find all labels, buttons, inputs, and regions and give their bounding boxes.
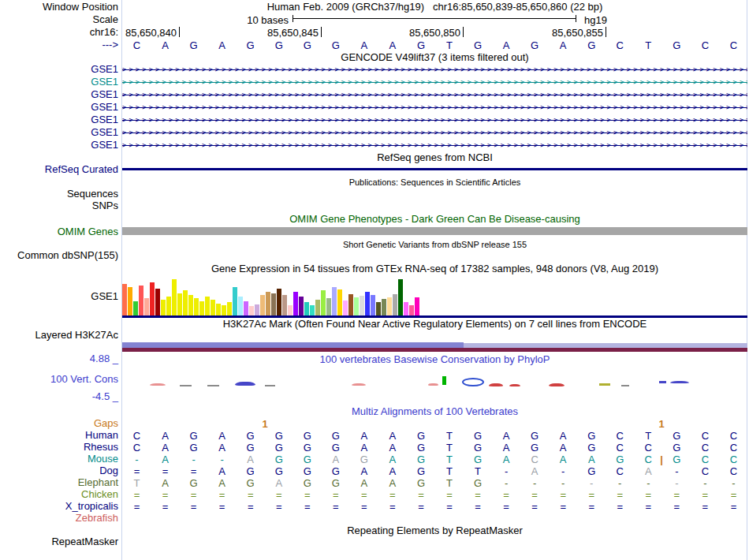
gtex-bar-8 bbox=[166, 297, 171, 315]
multiz-base-rhesus-13: A bbox=[492, 442, 521, 454]
multiz-base-x_tropicalis-15: = bbox=[549, 501, 578, 513]
gtex-bar-23 bbox=[249, 306, 254, 315]
multiz-base-chicken-0: = bbox=[122, 489, 151, 501]
multiz-base-x_tropicalis-14: = bbox=[520, 501, 550, 513]
sequences-label[interactable]: Sequences bbox=[0, 189, 118, 200]
refseq-curated-item[interactable] bbox=[122, 168, 747, 170]
ruler-tick-label-1: 85,650,845 bbox=[233, 27, 319, 39]
strand-arrows: >>>>>>>>>>>>>>>>>>>>>>>>>>>>>>>>>>>>>>>>… bbox=[122, 76, 747, 88]
gtex-bar-49 bbox=[393, 294, 397, 315]
multiz-base-human-3: A bbox=[207, 430, 237, 442]
gtex-bar-31 bbox=[293, 292, 298, 315]
multiz-label-gaps[interactable]: Gaps bbox=[0, 418, 118, 429]
multiz-base-elephant-8: A bbox=[349, 477, 378, 489]
gtex-chart[interactable] bbox=[0, 278, 749, 315]
refseq-curated-label[interactable]: RefSeq Curated bbox=[0, 164, 118, 175]
publications-title: Publications: Sequences in Scientific Ar… bbox=[122, 177, 747, 188]
common-dbsnp-label[interactable]: Common dbSNP(155) bbox=[0, 250, 118, 261]
gtex-bar-34 bbox=[310, 305, 315, 315]
multiz-label-zebrafish[interactable]: Zebrafish bbox=[0, 513, 118, 524]
multiz-base-mouse-11: T bbox=[435, 454, 464, 465]
multiz-base-chicken-12: = bbox=[464, 489, 493, 501]
gencode-transcript-label-4[interactable]: GSE1 bbox=[0, 114, 118, 125]
gtex-bar-28 bbox=[277, 289, 281, 315]
gencode-transcript-2[interactable]: >>>>>>>>>>>>>>>>>>>>>>>>>>>>>>>>>>>>>>>>… bbox=[122, 88, 747, 101]
multiz-base-mouse-2: - bbox=[179, 454, 208, 465]
insert-marker-0-1: 1 bbox=[657, 418, 666, 430]
h3k27ac-layer-blue[interactable] bbox=[122, 342, 464, 348]
multiz-base-human-20: C bbox=[691, 430, 720, 442]
strand-arrows: >>>>>>>>>>>>>>>>>>>>>>>>>>>>>>>>>>>>>>>>… bbox=[122, 114, 747, 126]
multiz-label-chicken[interactable]: Chicken bbox=[0, 489, 118, 500]
multiz-label-x_tropicalis[interactable]: X_tropicalis bbox=[0, 501, 118, 512]
multiz-base-dog-9: A bbox=[378, 465, 407, 477]
multiz-base-elephant-11: T bbox=[435, 477, 464, 489]
gencode-transcript-label-1[interactable]: GSE1 bbox=[0, 77, 118, 88]
gtex-bar-25 bbox=[260, 295, 265, 315]
multiz-base-mouse-20: C bbox=[691, 454, 720, 465]
multiz-label-rhesus[interactable]: Rhesus bbox=[0, 442, 118, 453]
sequence-base-3: A bbox=[207, 39, 237, 51]
insert-marker-0-0: 1 bbox=[260, 418, 270, 430]
snps-label[interactable]: SNPs bbox=[0, 200, 118, 211]
sequence-base-18: T bbox=[634, 39, 663, 51]
repeatmasker-label[interactable]: RepeatMasker bbox=[0, 536, 118, 547]
multiz-base-mouse-14: C bbox=[520, 454, 550, 465]
multiz-label-elephant[interactable]: Elephant bbox=[0, 477, 118, 488]
gencode-transcript-label-0[interactable]: GSE1 bbox=[0, 64, 118, 75]
gencode-transcript-4[interactable]: >>>>>>>>>>>>>>>>>>>>>>>>>>>>>>>>>>>>>>>>… bbox=[122, 114, 747, 126]
gencode-transcript-1[interactable]: >>>>>>>>>>>>>>>>>>>>>>>>>>>>>>>>>>>>>>>>… bbox=[122, 76, 747, 88]
gtex-bar-0 bbox=[122, 284, 127, 315]
gtex-bar-42 bbox=[354, 297, 359, 315]
multiz-base-elephant-20: - bbox=[691, 477, 720, 489]
multiz-base-mouse-0: - bbox=[122, 454, 151, 465]
sequence-base-4: G bbox=[236, 39, 265, 51]
gtex-bar-47 bbox=[382, 299, 386, 315]
multiz-base-x_tropicalis-2: = bbox=[179, 501, 208, 513]
phylop-mark-7 bbox=[442, 376, 446, 385]
multiz-base-human-8: A bbox=[349, 430, 378, 442]
multiz-base-human-6: G bbox=[293, 430, 322, 442]
conservation-track[interactable] bbox=[0, 367, 749, 402]
gtex-bar-52 bbox=[409, 305, 414, 315]
multiz-base-dog-12: T bbox=[464, 465, 493, 477]
multiz-base-dog-19: - bbox=[662, 465, 691, 477]
multiz-label-dog[interactable]: Dog bbox=[0, 465, 118, 476]
multiz-base-rhesus-7: G bbox=[321, 442, 350, 454]
multiz-label-mouse[interactable]: Mouse bbox=[0, 454, 118, 465]
multiz-base-chicken-9: = bbox=[378, 489, 407, 501]
multiz-label-human[interactable]: Human bbox=[0, 430, 118, 441]
multiz-base-mouse-17: G bbox=[606, 454, 635, 465]
multiz-base-x_tropicalis-8: = bbox=[349, 501, 378, 513]
multiz-base-human-14: G bbox=[520, 430, 550, 442]
multiz-base-dog-18: A bbox=[634, 465, 663, 477]
multiz-base-rhesus-19: G bbox=[662, 442, 691, 454]
gtex-bar-12 bbox=[188, 295, 193, 315]
omim-gene-bar[interactable] bbox=[122, 227, 747, 235]
h3k27ac-title: H3K27Ac Mark (Often Found Near Active Re… bbox=[122, 319, 747, 330]
ruler-tick-label-2: 85,650,850 bbox=[375, 27, 460, 39]
gencode-transcript-label-5[interactable]: GSE1 bbox=[0, 127, 118, 138]
gtex-bar-53 bbox=[415, 297, 419, 315]
ruler-tick-3 bbox=[606, 27, 606, 37]
multiz-base-x_tropicalis-1: = bbox=[151, 501, 180, 513]
multiz-base-x_tropicalis-21: = bbox=[719, 501, 748, 513]
gtex-bar-10 bbox=[177, 293, 182, 315]
gencode-transcript-label-6[interactable]: GSE1 bbox=[0, 140, 118, 151]
multiz-base-mouse-21: C bbox=[719, 454, 748, 465]
h3k27ac-label[interactable]: Layered H3K27Ac bbox=[0, 330, 118, 341]
h3k27ac-layer-maroon[interactable] bbox=[122, 348, 747, 352]
gencode-transcript-0[interactable]: >>>>>>>>>>>>>>>>>>>>>>>>>>>>>>>>>>>>>>>>… bbox=[122, 63, 747, 76]
omim-genes-label[interactable]: OMIM Genes bbox=[0, 226, 118, 237]
multiz-base-human-16: G bbox=[577, 430, 606, 442]
multiz-base-mouse-13: A bbox=[492, 454, 521, 465]
gtex-bar-29 bbox=[282, 295, 287, 315]
gencode-transcript-5[interactable]: >>>>>>>>>>>>>>>>>>>>>>>>>>>>>>>>>>>>>>>>… bbox=[122, 126, 747, 139]
strand-arrows: >>>>>>>>>>>>>>>>>>>>>>>>>>>>>>>>>>>>>>>>… bbox=[122, 126, 747, 139]
gencode-transcript-3[interactable]: >>>>>>>>>>>>>>>>>>>>>>>>>>>>>>>>>>>>>>>>… bbox=[122, 101, 747, 114]
gencode-transcript-6[interactable]: >>>>>>>>>>>>>>>>>>>>>>>>>>>>>>>>>>>>>>>>… bbox=[122, 139, 747, 151]
gencode-transcript-label-2[interactable]: GSE1 bbox=[0, 89, 118, 100]
gencode-transcript-label-3[interactable]: GSE1 bbox=[0, 102, 118, 113]
multiz-base-human-12: G bbox=[464, 430, 493, 442]
sequence-base-12: G bbox=[464, 39, 493, 51]
